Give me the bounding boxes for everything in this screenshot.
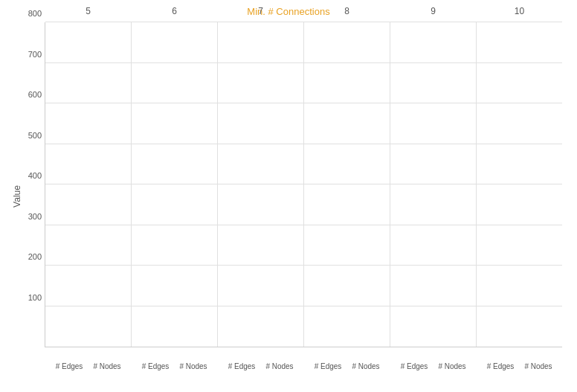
bar-xlabel: # Edges <box>51 362 87 370</box>
chart-container: Min. # Connections Value 100200300400500… <box>0 0 577 392</box>
bars-row: # Edges# Nodes <box>218 22 303 347</box>
bar-xlabel: # Edges <box>138 362 173 370</box>
bars-row: # Edges# Nodes <box>477 22 562 347</box>
bars-row: # Edges# Nodes <box>45 22 131 347</box>
bar-xlabel: # Nodes <box>434 362 470 370</box>
y-tick-label: 300 <box>16 212 42 221</box>
group-label: 10 <box>477 6 562 16</box>
bars-row: # Edges# Nodes <box>132 22 217 347</box>
y-tick-label: 400 <box>16 171 42 180</box>
y-tick-label: 200 <box>16 252 42 261</box>
bar-group: 10# Edges# Nodes <box>477 22 562 347</box>
groups-row: 5# Edges# Nodes6# Edges# Nodes7# Edges# … <box>45 22 562 347</box>
y-tick-label: 700 <box>16 50 42 59</box>
y-tick-label: 800 <box>16 9 42 18</box>
group-label: 5 <box>45 6 131 16</box>
bar-xlabel: # Nodes <box>520 362 556 370</box>
bars-row: # Edges# Nodes <box>390 22 476 347</box>
y-axis-label: Value <box>12 185 22 208</box>
bar-xlabel: # Nodes <box>348 362 384 370</box>
chart-area: 100200300400500600700800 5# Edges# Nodes… <box>45 22 562 347</box>
bar-xlabel: # Edges <box>310 362 346 370</box>
bar-group: 5# Edges# Nodes <box>45 22 132 347</box>
bar-xlabel: # Edges <box>396 362 432 370</box>
bar-group: 8# Edges# Nodes <box>304 22 390 347</box>
bar-group: 6# Edges# Nodes <box>132 22 218 347</box>
bar-group: 7# Edges# Nodes <box>218 22 304 347</box>
group-label: 8 <box>304 6 390 16</box>
bar-xlabel: # Edges <box>224 362 260 370</box>
y-tick-label: 100 <box>16 293 42 302</box>
bars-row: # Edges# Nodes <box>304 22 390 347</box>
group-label: 6 <box>132 6 217 16</box>
bar-xlabel: # Nodes <box>262 362 297 370</box>
bar-xlabel: # Nodes <box>175 362 211 370</box>
y-tick-label: 500 <box>16 131 42 140</box>
y-tick-label: 600 <box>16 90 42 99</box>
bar-group: 9# Edges# Nodes <box>390 22 477 347</box>
bar-xlabel: # Nodes <box>89 362 125 370</box>
bar-xlabel: # Edges <box>483 362 518 370</box>
group-label: 9 <box>390 6 476 16</box>
group-label: 7 <box>218 6 303 16</box>
